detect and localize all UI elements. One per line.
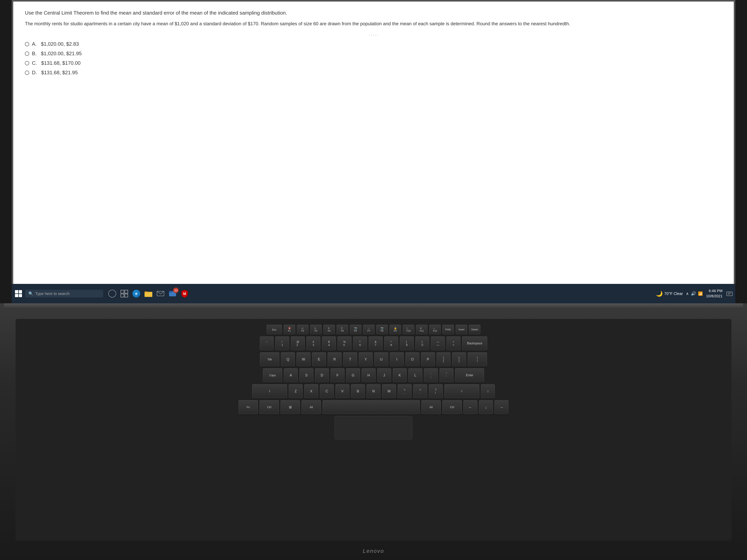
key-alt-left[interactable]: Alt (302, 400, 321, 414)
tray-chevron[interactable]: ∧ (686, 291, 689, 296)
radio-a[interactable] (25, 42, 29, 46)
key-right-arrow[interactable]: → (494, 400, 509, 414)
key-left-arrow[interactable]: ← (463, 400, 478, 414)
key-spacebar[interactable] (323, 400, 420, 414)
key-y[interactable]: Y (359, 352, 373, 366)
key-left-shift[interactable]: ⇧ (252, 384, 287, 398)
mail-button[interactable] (155, 288, 166, 299)
key-i[interactable]: I (390, 352, 404, 366)
key-slash[interactable]: ?/ (429, 384, 443, 398)
option-a[interactable]: A. $1,020.00, $2.83 (25, 41, 722, 47)
key-g[interactable]: G (346, 368, 360, 382)
notification-center-button[interactable] (726, 290, 733, 297)
key-s[interactable]: S (300, 368, 313, 382)
key-n[interactable]: N (366, 384, 381, 398)
key-ctrl-right[interactable]: Ctrl (442, 400, 462, 414)
key-9[interactable]: (9 (400, 337, 414, 350)
key-ctrl-left[interactable]: Ctrl (259, 400, 279, 414)
key-l[interactable]: L (408, 368, 422, 382)
radio-c[interactable] (25, 61, 29, 65)
system-clock[interactable]: 6:46 PM 10/8/2021 (706, 288, 722, 299)
key-enter[interactable]: Enter (455, 368, 484, 382)
key-f9[interactable]: 🔒F9 (389, 325, 401, 335)
key-p[interactable]: P (421, 352, 435, 366)
key-1[interactable]: !1 (275, 337, 289, 350)
key-f7[interactable]: →F7 (363, 325, 375, 335)
key-semicolon[interactable]: :; (424, 368, 438, 382)
key-v[interactable]: V (335, 384, 350, 398)
task-view-button[interactable] (107, 288, 118, 299)
snap-layouts-button[interactable] (119, 288, 130, 299)
key-tab[interactable]: Tab (260, 352, 279, 366)
key-f5[interactable]: CF5 (337, 325, 348, 335)
key-f4[interactable]: ✕F4 (323, 325, 335, 335)
volume-icon[interactable]: 🔊 (691, 291, 696, 296)
key-minus[interactable]: —— (431, 337, 445, 350)
key-insert[interactable]: Insert (456, 325, 467, 335)
trackpad[interactable] (335, 416, 412, 439)
key-r[interactable]: R (328, 352, 342, 366)
key-capslock[interactable]: Caps (263, 368, 282, 382)
key-prtsc[interactable]: PrtSc (442, 325, 454, 335)
edge-button[interactable]: e (131, 288, 141, 299)
key-f6[interactable]: 📷F6 (350, 325, 361, 335)
key-o[interactable]: O (405, 352, 419, 366)
option-c[interactable]: C. $131.68, $170.00 (25, 60, 722, 66)
key-d[interactable]: D (315, 368, 329, 382)
key-b[interactable]: B (351, 384, 365, 398)
key-k[interactable]: K (393, 368, 407, 382)
key-backspace[interactable]: Backspace (462, 337, 487, 350)
key-3[interactable]: #3 (306, 337, 320, 350)
key-open-bracket[interactable]: {[ (437, 352, 450, 366)
key-f11[interactable]: ☀F11 (416, 325, 428, 335)
file-explorer-button[interactable] (143, 288, 154, 299)
key-close-bracket[interactable]: }] (452, 352, 466, 366)
security-button[interactable]: M (179, 288, 190, 299)
key-f2[interactable]: ◁F2 (297, 325, 309, 335)
key-8[interactable]: *8 (384, 337, 398, 350)
radio-d[interactable] (25, 71, 29, 75)
taskbar-search-bar[interactable]: 🔍 Type here to search (25, 290, 103, 297)
key-down-arrow[interactable]: ↓ (479, 400, 493, 414)
key-alt-right[interactable]: Alt (421, 400, 441, 414)
key-2[interactable]: @2 (291, 337, 305, 350)
key-5[interactable]: %5 (337, 337, 352, 350)
key-z[interactable]: Z (289, 384, 303, 398)
key-c[interactable]: C (320, 384, 334, 398)
key-e[interactable]: E (312, 352, 326, 366)
key-quote[interactable]: "' (439, 368, 454, 382)
key-delete[interactable]: Delete (469, 325, 481, 335)
key-w[interactable]: W (297, 352, 310, 366)
key-x[interactable]: X (304, 384, 318, 398)
key-m[interactable]: M (382, 384, 396, 398)
key-f3[interactable]: ▷F3 (310, 325, 322, 335)
key-6[interactable]: ^6 (353, 337, 367, 350)
key-esc[interactable]: Esc (266, 325, 282, 335)
key-f[interactable]: F (331, 368, 344, 382)
key-u[interactable]: U (374, 352, 388, 366)
key-t[interactable]: T (343, 352, 357, 366)
key-7[interactable]: &7 (369, 337, 383, 350)
pinned-app-button[interactable]: 33 (167, 288, 178, 299)
key-h[interactable]: H (362, 368, 376, 382)
key-equals[interactable]: += (446, 337, 460, 350)
key-q[interactable]: Q (281, 352, 295, 366)
key-fn[interactable]: Fn (238, 400, 258, 414)
option-d[interactable]: D. $131.68, $21.95 (25, 70, 722, 76)
key-windows[interactable]: ⊞ (281, 400, 300, 414)
key-right-shift[interactable]: ⇧ (444, 384, 479, 398)
key-f1[interactable]: 🔇F1 (284, 325, 295, 335)
network-icon[interactable]: 📶 (698, 291, 703, 296)
key-up-arrow[interactable]: ↑ (481, 384, 495, 398)
key-backtick[interactable]: ~` (260, 337, 274, 350)
key-f8[interactable]: 📷F8 (376, 325, 388, 335)
key-f12[interactable]: ☼F12 (429, 325, 441, 335)
key-a[interactable]: A (284, 368, 298, 382)
option-b[interactable]: B. $1,020.00, $21.95 (25, 51, 722, 57)
key-f10[interactable]: □F10 (403, 325, 414, 335)
key-j[interactable]: J (377, 368, 391, 382)
start-button[interactable] (14, 289, 23, 298)
key-period[interactable]: >. (413, 384, 427, 398)
key-4[interactable]: $4 (322, 337, 336, 350)
key-0[interactable]: )0 (415, 337, 429, 350)
